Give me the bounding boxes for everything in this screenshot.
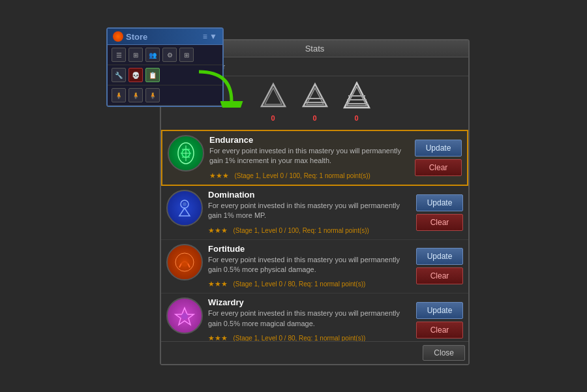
mastery-stage-endurance: (Stage 1, Level 0 / 100, Req: 1 normal p… xyxy=(234,172,370,179)
update-button-endurance[interactable]: Update xyxy=(415,140,462,157)
clear-button-domination[interactable]: Clear xyxy=(416,214,463,231)
svg-point-18 xyxy=(181,313,188,320)
mastery-icon-wizardry xyxy=(166,297,203,334)
mastery-stage-fortitude: (Stage 1, Level 0 / 80, Req: 1 normal po… xyxy=(233,280,365,288)
clear-button-endurance[interactable]: Clear xyxy=(415,159,462,176)
update-button-wizardry[interactable]: Update xyxy=(416,302,463,319)
mastery-name-wizardry: Wizardry xyxy=(208,297,411,307)
rank-badge-3 xyxy=(342,82,371,113)
arrow-indicator xyxy=(192,68,245,110)
mastery-item-endurance: Endurance For every point invested in th… xyxy=(161,130,468,186)
mastery-content-wizardry: Wizardry For every point invested in thi… xyxy=(208,297,411,343)
store-logo-icon xyxy=(113,31,123,42)
mastery-desc-wizardry: For every point invested in this mastery… xyxy=(208,309,411,329)
mastery-icon-endurance xyxy=(168,135,204,172)
mastery-icon-fortitude xyxy=(166,244,203,280)
mastery-content-domination: Domination For every point invested in t… xyxy=(208,190,411,235)
rank-badge-2 xyxy=(301,82,329,113)
rank-count-2: 0 xyxy=(312,114,316,122)
svg-point-17 xyxy=(181,260,188,267)
update-button-domination[interactable]: Update xyxy=(416,194,463,211)
mastery-name-endurance: Endurance xyxy=(209,135,410,145)
rank-item-2: 0 xyxy=(301,82,329,122)
toolbar-people-btn[interactable]: 👥 xyxy=(145,48,160,62)
mastery-desc-endurance: For every point invested in this mastery… xyxy=(209,146,410,166)
rank-item-3: 0 xyxy=(342,82,371,122)
svg-point-15 xyxy=(183,202,187,206)
mastery-stars-domination: ★★★ xyxy=(208,226,228,234)
clear-button-fortitude[interactable]: Clear xyxy=(416,267,463,284)
mastery-item-domination: Domination For every point invested in t… xyxy=(161,186,468,240)
toolbar-person1-btn[interactable]: 🧍 xyxy=(112,88,126,102)
mastery-buttons-endurance: Update Clear xyxy=(415,135,462,181)
mastery-buttons-domination: Update Clear xyxy=(416,190,463,235)
rank-badge-1 xyxy=(259,82,288,113)
mastery-content-fortitude: Fortitude For every point invested in th… xyxy=(208,244,411,290)
toolbar-list2-btn[interactable]: ⊞ xyxy=(128,48,143,62)
toolbar-book-btn[interactable]: 📋 xyxy=(145,68,160,82)
mastery-buttons-fortitude: Update Clear xyxy=(416,244,463,290)
mastery-buttons-wizardry: Update Clear xyxy=(416,297,463,343)
toolbar-gear-btn[interactable]: ⚙ xyxy=(162,48,177,62)
mastery-icon-domination xyxy=(166,190,203,226)
store-title-bar: Store ≡ ▼ xyxy=(108,29,222,45)
update-button-fortitude[interactable]: Update xyxy=(416,248,463,265)
toolbar-row-1: ☰ ⊞ 👥 ⚙ ⊞ xyxy=(108,45,222,65)
clear-button-wizardry[interactable]: Clear xyxy=(416,322,463,339)
toolbar-person3-btn[interactable]: 🧍 xyxy=(145,88,160,102)
toolbar-skull-btn[interactable]: 💀 xyxy=(128,68,143,82)
rank-count-1: 0 xyxy=(271,114,275,122)
toolbar-wrench-btn[interactable]: 🔧 xyxy=(112,68,126,82)
toolbar-person2-btn[interactable]: 🧍 xyxy=(128,88,143,102)
mastery-name-domination: Domination xyxy=(208,190,411,200)
toolbar-list-btn[interactable]: ☰ xyxy=(112,48,126,62)
rank-count-3: 0 xyxy=(354,114,358,122)
mastery-name-fortitude: Fortitude xyxy=(208,244,411,254)
mastery-content-endurance: Endurance For every point invested in th… xyxy=(209,135,410,181)
mastery-desc-domination: For every point invested in this mastery… xyxy=(208,201,411,221)
toolbar-grid-btn[interactable]: ⊞ xyxy=(179,48,194,62)
mastery-item-fortitude: Fortitude For every point invested in th… xyxy=(161,240,468,294)
mastery-item-wizardry: Wizardry For every point invested in thi… xyxy=(161,294,468,348)
mastery-stars-endurance: ★★★ xyxy=(209,172,229,179)
close-button[interactable]: Close xyxy=(423,345,465,361)
store-title: Store xyxy=(126,32,203,42)
mastery-desc-fortitude: For every point invested in this mastery… xyxy=(208,255,411,275)
mastery-stage-domination: (Stage 1, Level 0 / 100, Req: 1 normal p… xyxy=(233,227,369,234)
mastery-stars-fortitude: ★★★ xyxy=(208,280,228,288)
close-bar: Close xyxy=(161,341,468,364)
rank-item-1: 0 xyxy=(259,82,288,122)
menu-icon[interactable]: ≡ ▼ xyxy=(203,32,217,41)
